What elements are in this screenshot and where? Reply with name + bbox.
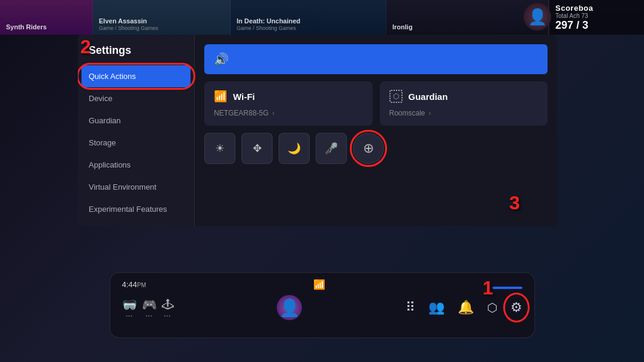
taskbar-indicator bbox=[492, 287, 522, 289]
indeath-tile-sub: Game / Shooting Games bbox=[237, 25, 380, 31]
wifi-card[interactable]: 📶 Wi-Fi NETGEAR88-5G › bbox=[204, 81, 373, 126]
taskbar-top: 4:44PM 📶 bbox=[122, 279, 522, 290]
sidebar-item-device[interactable]: Device bbox=[78, 87, 194, 109]
guardian-card-title: Guardian bbox=[409, 92, 448, 102]
wifi-network: NETGEAR88-5G › bbox=[214, 109, 363, 117]
move-icon: ✥ bbox=[253, 142, 262, 155]
guardian-card[interactable]: ⬡ Guardian Roomscale › bbox=[380, 81, 548, 126]
people-button[interactable]: 👥 bbox=[428, 300, 445, 315]
scoreboard-panel: Scoreboa Total Ach 73 297 / 3 bbox=[548, 0, 644, 35]
game-tile-elven[interactable]: Elven Assassin Game / Shooting Games bbox=[93, 0, 231, 35]
settings-panel: Settings Quick Actions Device Guardian S… bbox=[78, 35, 557, 226]
controller2-icon: 🕹 bbox=[162, 298, 174, 312]
globe-icon: ⊕ bbox=[363, 141, 374, 156]
taskbar-main-icons: ⠿ 👥 🔔 ⬡ ⚙ bbox=[406, 300, 522, 315]
sidebar-item-quick-actions[interactable]: Quick Actions bbox=[81, 65, 191, 87]
total-ach-label: Total Ach 73 bbox=[555, 13, 638, 19]
quick-actions-row: ☀ ✥ 🌙 🎤/ ⊕ bbox=[204, 133, 548, 164]
taskbar-controller1-icon[interactable]: 🎮 ••• bbox=[142, 297, 157, 318]
annotation-3: 3 bbox=[509, 193, 520, 212]
settings-content: 🔊 📶 Wi-Fi NETGEAR88-5G › ⬡ Guardian bbox=[195, 35, 557, 226]
synth-tile-name: Synth Riders bbox=[6, 23, 86, 31]
sidebar-item-guardian[interactable]: Guardian bbox=[78, 109, 194, 132]
taskbar-time: 4:44PM bbox=[122, 280, 146, 289]
headset-icon: 🥽 bbox=[122, 297, 137, 312]
settings-sidebar: Settings Quick Actions Device Guardian S… bbox=[78, 35, 195, 226]
taskbar-left-icons: 🥽 ••• 🎮 ••• 🕹 ••• bbox=[122, 297, 174, 318]
mute-icon: 🎤/ bbox=[325, 142, 338, 155]
taskbar-avatar[interactable]: 👤 bbox=[277, 295, 302, 320]
guardian-mode: Roomscale › bbox=[389, 109, 539, 117]
night-icon: 🌙 bbox=[288, 142, 301, 155]
qa-globe-btn[interactable]: ⊕ bbox=[353, 133, 384, 164]
volume-icon: 🔊 bbox=[214, 52, 229, 66]
wifi-card-header: 📶 Wi-Fi bbox=[214, 90, 363, 103]
elven-tile-sub: Game / Shooting Games bbox=[99, 25, 224, 31]
wifi-icon: 📶 bbox=[214, 90, 227, 103]
controller1-icon: 🎮 bbox=[142, 297, 157, 312]
scoreboard-avatar: 👤 bbox=[524, 3, 551, 31]
sidebar-item-storage[interactable]: Storage bbox=[78, 132, 194, 154]
brightness-icon: ☀ bbox=[215, 142, 225, 155]
taskbar: 4:44PM 📶 🥽 ••• 🎮 ••• 🕹 ••• 👤 ⠿ bbox=[110, 272, 535, 338]
sidebar-item-experimental-features[interactable]: Experimental Features bbox=[78, 198, 194, 220]
guardian-arrow: › bbox=[429, 109, 431, 117]
taskbar-icons-row: 🥽 ••• 🎮 ••• 🕹 ••• 👤 ⠿ 👥 🔔 ⬡ ⚙ bbox=[122, 295, 522, 320]
guardian-icon: ⬡ bbox=[389, 90, 403, 103]
qa-night-btn[interactable]: 🌙 bbox=[279, 133, 310, 164]
guardian-card-header: ⬡ Guardian bbox=[389, 90, 539, 103]
apps-grid-button[interactable]: ⠿ bbox=[406, 300, 415, 315]
settings-button[interactable]: ⚙ bbox=[510, 300, 522, 315]
scoreboard-score: 297 / 3 bbox=[555, 19, 638, 32]
game-tile-indeath[interactable]: In Death: Unchained Game / Shooting Game… bbox=[231, 0, 386, 35]
sidebar-item-virtual-environment[interactable]: Virtual Environment bbox=[78, 176, 194, 198]
cards-row: 📶 Wi-Fi NETGEAR88-5G › ⬡ Guardian Roomsc… bbox=[204, 81, 548, 126]
taskbar-headset-icon[interactable]: 🥽 ••• bbox=[122, 297, 137, 318]
wifi-card-title: Wi-Fi bbox=[233, 92, 255, 102]
taskbar-controller2-icon[interactable]: 🕹 ••• bbox=[162, 298, 174, 318]
qa-mute-btn[interactable]: 🎤/ bbox=[316, 133, 347, 164]
share-button[interactable]: ⬡ bbox=[487, 300, 497, 315]
taskbar-wifi-icon: 📶 bbox=[313, 279, 325, 290]
avatar-image: 👤 bbox=[279, 298, 300, 318]
qa-move-btn[interactable]: ✥ bbox=[241, 133, 273, 164]
annotation-2: 2 bbox=[80, 37, 91, 56]
volume-bar[interactable]: 🔊 bbox=[204, 44, 548, 74]
notifications-button[interactable]: 🔔 bbox=[458, 300, 474, 315]
sidebar-item-applications[interactable]: Applications bbox=[78, 154, 194, 176]
game-tile-synth[interactable]: Synth Riders bbox=[0, 0, 93, 35]
indeath-tile-name: In Death: Unchained bbox=[237, 17, 380, 25]
scoreboard-title: Scoreboa bbox=[555, 4, 638, 13]
elven-tile-name: Elven Assassin bbox=[99, 17, 224, 25]
qa-brightness-btn[interactable]: ☀ bbox=[204, 133, 235, 164]
settings-title: Settings bbox=[78, 44, 194, 65]
wifi-arrow: › bbox=[272, 109, 274, 117]
annotation-1: 1 bbox=[483, 278, 494, 297]
